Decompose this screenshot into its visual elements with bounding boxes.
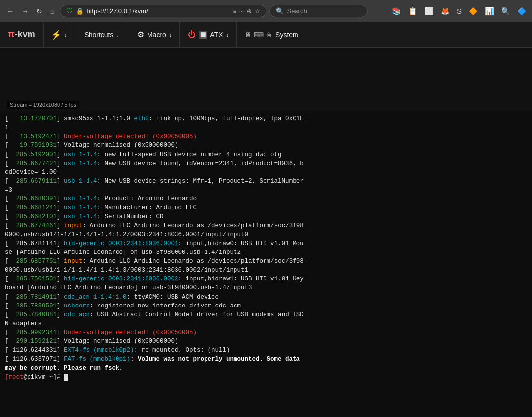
terminal-line: [ 285.6679111] usb 1-1.4: New USB device… — [5, 177, 527, 186]
terminal-line: 0000.usb/usb1/1-1/1-1.4/1-1.4:1.2/0003:2… — [5, 230, 527, 239]
atx-arrow: ↓ — [226, 32, 229, 38]
forward-button[interactable]: → — [19, 5, 31, 17]
search-bar[interactable]: 🔍 Search — [269, 5, 368, 17]
shortcuts-button[interactable]: Shortcuts ↓ — [74, 22, 129, 47]
terminal-line: 1 — [5, 123, 527, 132]
terminal-line: [ 285.6857751] input: Arduino LLC Arduin… — [5, 257, 527, 266]
macro-label: Macro — [147, 31, 166, 39]
power-icon2: 🔲 — [199, 31, 207, 39]
system-button[interactable]: 🖥 ⌨ 🖱 System — [237, 22, 306, 47]
terminal-line: [ 285.6677421] usb 1-1.4: New USB device… — [5, 159, 527, 168]
library-icon[interactable]: 📚 — [390, 5, 403, 17]
kvm-navbar: π-kvm ⚡ ↓ Shortcuts ↓ ⚙ Macro ↓ ⏻ 🔲 ATX … — [0, 22, 532, 48]
terminal-line: [ 285.6680391] usb 1-1.4: Product: Ardui… — [5, 195, 527, 203]
kvm-logo: π-kvm — [0, 22, 44, 47]
terminal-line: [ 285.7814911] cdc_acm 1-1.4:1.0: ttyACM… — [5, 293, 527, 302]
address-icons: ≡ ··· ⊕ ☆ — [233, 8, 260, 15]
terminal-line: [ 285.6774461] input: Arduino LLC Arduin… — [5, 222, 527, 230]
terminal-line: se [Arduino LLC Arduino Leonardo] on usb… — [5, 248, 527, 257]
terminal-line: =3 — [5, 186, 527, 195]
terminal: [ 13.1720701] smsc95xx 1-1.1:1.0 eth0: l… — [0, 111, 532, 417]
address-bar[interactable]: 🛡 🔒 https://127.0.0.1/kvm/ ≡ ··· ⊕ ☆ — [60, 5, 266, 17]
power-icon: ⏻ — [188, 30, 196, 39]
terminal-line: [ 13.1720701] smsc95xx 1-1.1:1.0 eth0: l… — [5, 114, 527, 123]
browser-toolbar-icons: 📚 📋 ⬜ 🦊 S 🔶 📊 🔍 🔷 — [390, 5, 528, 17]
stream-label: Stream – 1920x1080 / 5 fps — [7, 101, 79, 109]
browser-chrome: ← → ↻ ⌂ 🛡 🔒 https://127.0.0.1/kvm/ ≡ ···… — [0, 0, 532, 22]
keyboard-icon: ⌨ — [254, 31, 264, 39]
star-icon[interactable]: ☆ — [255, 8, 260, 15]
macro-button[interactable]: ⚙ Macro ↓ — [129, 22, 180, 47]
terminal-line: [ 285.6781141] hid-generic 0003:2341:803… — [5, 239, 527, 248]
terminal-line: [root@pikvm ~]# — [5, 373, 527, 382]
atx-button[interactable]: ⏻ 🔲 ATX ↓ — [180, 22, 237, 47]
terminal-line: [ 19.7591931] Voltage normalised (0x0000… — [5, 141, 527, 150]
ext5-icon[interactable]: 🔷 — [516, 5, 528, 17]
ext4-icon[interactable]: 🔍 — [500, 5, 512, 17]
search-icon: 🔍 — [276, 7, 284, 15]
terminal-line: [ 13.5192471] Under-voltage detected! (0… — [5, 132, 527, 141]
reader-icon: ≡ — [233, 8, 236, 15]
logo-text: π-kvm — [8, 29, 35, 40]
terminal-line: [ 285.6681241] usb 1-1.4: Manufacturer: … — [5, 203, 527, 212]
terminal-cursor — [64, 374, 68, 381]
container-icon[interactable]: ⬜ — [423, 5, 435, 17]
monitor-icon: 🖥 — [245, 31, 252, 39]
stream-area: Stream – 1920x1080 / 5 fps — [0, 48, 532, 111]
synced-tabs-icon[interactable]: 📋 — [407, 5, 419, 17]
terminal-line: [ 1126.6244331] EXT4-fs (mmcblk0p2): re-… — [5, 346, 527, 355]
firefox-icon[interactable]: 🦊 — [439, 5, 451, 17]
gear-icon: ⚙ — [137, 30, 144, 39]
atx-label: ATX — [210, 31, 223, 39]
url-text: https://127.0.0.1/kvm/ — [87, 7, 230, 15]
terminal-line: [ 285.7840881] cdc_acm: USB Abstract Con… — [5, 310, 527, 319]
terminal-line: [ 285.7501551] hid-generic 0003:2341:803… — [5, 275, 527, 283]
flash-button[interactable]: ⚡ ↓ — [44, 22, 75, 47]
pocket-icon: ⊕ — [247, 8, 252, 15]
lock-icon: 🔒 — [76, 7, 84, 15]
ext2-icon[interactable]: 🔶 — [467, 5, 479, 17]
terminal-line: may be corrupt. Please run fsck. — [5, 364, 527, 373]
terminal-line: [ 285.7839591] usbcore: registered new i… — [5, 302, 527, 310]
reload-button[interactable]: ↻ — [33, 5, 45, 17]
ext3-icon[interactable]: 📊 — [483, 5, 496, 17]
terminal-line: cdDevice= 1.00 — [5, 168, 527, 177]
terminal-line: [ 285.9992341] Under-voltage detected! (… — [5, 328, 527, 337]
terminal-line: [ 285.5192001] usb 1-1.4: new full-speed… — [5, 150, 527, 159]
search-placeholder: Search — [287, 7, 307, 15]
nav-buttons: ← → ↻ ⌂ — [4, 5, 57, 17]
terminal-line: [ 290.1592121] Voltage normalised (0x000… — [5, 337, 527, 346]
terminal-line: [ 1126.6337971] FAT-fs (mmcblk0p1): Volu… — [5, 355, 527, 363]
terminal-line: N adapters — [5, 319, 527, 328]
kbd-icons: 🖥 ⌨ 🖱 — [245, 31, 272, 39]
mouse-icon: 🖱 — [266, 31, 272, 39]
macro-arrow: ↓ — [169, 32, 172, 38]
terminal-line: 0000.usb/usb1/1-1/1-1.4/1-1.4:1.3/0003:2… — [5, 266, 527, 275]
flash-arrow: ↓ — [64, 32, 67, 38]
pi-symbol: π — [8, 29, 15, 39]
ext1-icon[interactable]: S — [455, 5, 463, 17]
flash-icon: ⚡ — [51, 29, 61, 40]
terminal-line: board [Arduino LLC Arduino Leonardo] on … — [5, 283, 527, 292]
terminal-line: [ 285.6682101] usb 1-1.4: SerialNumber: … — [5, 212, 527, 221]
shortcuts-arrow: ↓ — [116, 32, 119, 38]
more-icon: ··· — [239, 8, 244, 15]
home-button[interactable]: ⌂ — [47, 5, 57, 17]
back-button[interactable]: ← — [4, 5, 17, 17]
shortcuts-label: Shortcuts — [84, 31, 113, 39]
shield-icon: 🛡 — [66, 7, 73, 15]
system-label: System — [275, 31, 298, 39]
